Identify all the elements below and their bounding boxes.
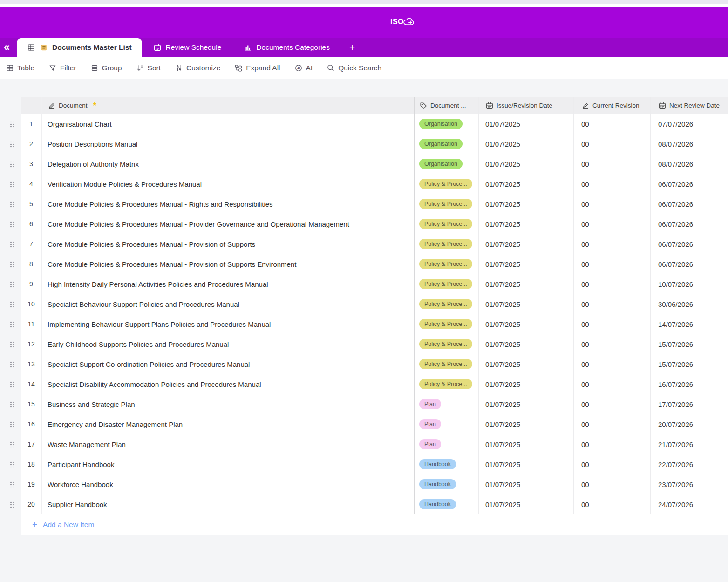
issue-date-cell[interactable]: 01/07/2025 [479, 314, 574, 334]
category-cell[interactable]: Policy & Proce... [415, 294, 479, 314]
next-review-date-cell[interactable]: 15/07/2026 [651, 354, 728, 374]
category-cell[interactable]: Policy & Proce... [415, 314, 479, 334]
document-cell[interactable]: Organisational Chart [42, 114, 415, 134]
category-cell[interactable]: Policy & Proce... [415, 334, 479, 354]
row-number[interactable]: 6 [21, 214, 42, 234]
row-drag-handle[interactable] [0, 334, 21, 354]
category-cell[interactable]: Policy & Proce... [415, 274, 479, 294]
row-number[interactable]: 16 [21, 414, 42, 434]
row-drag-handle[interactable] [0, 454, 21, 474]
issue-date-cell[interactable]: 01/07/2025 [479, 134, 574, 154]
current-revision-cell[interactable]: 00 [574, 154, 651, 174]
tab-documents-categories[interactable]: Documents Categories [232, 38, 341, 57]
issue-date-cell[interactable]: 01/07/2025 [479, 374, 574, 394]
row-number[interactable]: 5 [21, 194, 42, 214]
document-cell[interactable]: Specialist Disability Accommodation Poli… [42, 374, 415, 394]
document-cell[interactable]: Specialist Support Co-ordination Policie… [42, 354, 415, 374]
next-review-date-cell[interactable]: 06/07/2026 [651, 234, 728, 254]
category-cell[interactable]: Organisation [415, 114, 479, 134]
category-cell[interactable]: Policy & Proce... [415, 254, 479, 274]
document-cell[interactable]: Delegation of Authority Matrix [42, 154, 415, 174]
category-cell[interactable]: Handbook [415, 474, 479, 494]
next-review-date-cell[interactable]: 08/07/2026 [651, 134, 728, 154]
next-review-date-cell[interactable]: 14/07/2026 [651, 314, 728, 334]
row-drag-handle[interactable] [0, 214, 21, 234]
document-cell[interactable]: Core Module Policies & Procedures Manual… [42, 234, 415, 254]
issue-date-cell[interactable]: 01/07/2025 [479, 334, 574, 354]
toolbar-button-filter[interactable]: Filter [48, 64, 76, 72]
row-number[interactable]: 18 [21, 454, 42, 474]
document-cell[interactable]: Workforce Handbook [42, 474, 415, 494]
row-drag-handle[interactable] [0, 494, 21, 514]
issue-date-cell[interactable]: 01/07/2025 [479, 394, 574, 414]
document-cell[interactable]: Core Module Policies & Procedures Manual… [42, 214, 415, 234]
issue-date-cell[interactable]: 01/07/2025 [479, 294, 574, 314]
add-tab-button[interactable]: + [341, 38, 363, 57]
row-number[interactable]: 10 [21, 294, 42, 314]
row-drag-handle[interactable] [0, 434, 21, 454]
next-review-date-cell[interactable]: 06/07/2026 [651, 214, 728, 234]
row-drag-handle[interactable] [0, 234, 21, 254]
row-drag-handle[interactable] [0, 274, 21, 294]
current-revision-cell[interactable]: 00 [574, 314, 651, 334]
current-revision-cell[interactable]: 00 [574, 194, 651, 214]
current-revision-cell[interactable]: 00 [574, 254, 651, 274]
document-cell[interactable]: Specialist Behaviour Support Policies an… [42, 294, 415, 314]
add-new-item-button[interactable]: + Add a New Item [21, 514, 728, 535]
category-cell[interactable]: Policy & Proce... [415, 194, 479, 214]
row-number[interactable]: 8 [21, 254, 42, 274]
current-revision-cell[interactable]: 00 [574, 214, 651, 234]
category-cell[interactable]: Policy & Proce... [415, 374, 479, 394]
next-review-date-cell[interactable]: 30/06/2026 [651, 294, 728, 314]
column-header-document[interactable]: Document ... [415, 97, 479, 114]
row-drag-handle[interactable] [0, 114, 21, 134]
toolbar-button-ai[interactable]: AIAI [294, 64, 313, 72]
next-review-date-cell[interactable]: 15/07/2026 [651, 334, 728, 354]
toolbar-button-expand-all[interactable]: Expand All [234, 64, 280, 72]
category-cell[interactable]: Handbook [415, 454, 479, 474]
document-cell[interactable]: High Intensity Daily Personal Activities… [42, 274, 415, 294]
issue-date-cell[interactable]: 01/07/2025 [479, 154, 574, 174]
next-review-date-cell[interactable]: 10/07/2026 [651, 274, 728, 294]
document-cell[interactable]: Supplier Handbook [42, 494, 415, 514]
current-revision-cell[interactable]: 00 [574, 134, 651, 154]
issue-date-cell[interactable]: 01/07/2025 [479, 494, 574, 514]
row-drag-handle[interactable] [0, 194, 21, 214]
row-number[interactable]: 14 [21, 374, 42, 394]
document-cell[interactable]: Verification Module Policies & Procedure… [42, 174, 415, 194]
row-number[interactable]: 12 [21, 334, 42, 354]
row-drag-handle[interactable] [0, 474, 21, 494]
category-cell[interactable]: Policy & Proce... [415, 214, 479, 234]
document-cell[interactable]: Emergency and Disaster Management Plan [42, 414, 415, 434]
issue-date-cell[interactable]: 01/07/2025 [479, 114, 574, 134]
category-cell[interactable]: Policy & Proce... [415, 354, 479, 374]
row-number[interactable]: 7 [21, 234, 42, 254]
toolbar-button-customize[interactable]: Customize [175, 64, 220, 72]
next-review-date-cell[interactable]: 08/07/2026 [651, 154, 728, 174]
current-revision-cell[interactable]: 00 [574, 274, 651, 294]
row-number[interactable]: 17 [21, 434, 42, 454]
next-review-date-cell[interactable]: 06/07/2026 [651, 174, 728, 194]
next-review-date-cell[interactable]: 07/07/2026 [651, 114, 728, 134]
next-review-date-cell[interactable]: 21/07/2026 [651, 434, 728, 454]
issue-date-cell[interactable]: 01/07/2025 [479, 434, 574, 454]
next-review-date-cell[interactable]: 06/07/2026 [651, 194, 728, 214]
current-revision-cell[interactable]: 00 [574, 414, 651, 434]
toolbar-button-table[interactable]: Table [6, 64, 34, 72]
issue-date-cell[interactable]: 01/07/2025 [479, 254, 574, 274]
row-drag-handle[interactable] [0, 314, 21, 334]
category-cell[interactable]: Plan [415, 394, 479, 414]
row-number[interactable]: 2 [21, 134, 42, 154]
row-number[interactable]: 1 [21, 114, 42, 134]
document-cell[interactable]: Participant Handbook [42, 454, 415, 474]
current-revision-cell[interactable]: 00 [574, 494, 651, 514]
toolbar-button-group[interactable]: Group [90, 64, 122, 72]
current-revision-cell[interactable]: 00 [574, 234, 651, 254]
row-drag-handle[interactable] [0, 154, 21, 174]
row-drag-handle[interactable] [0, 354, 21, 374]
current-revision-cell[interactable]: 00 [574, 114, 651, 134]
issue-date-cell[interactable]: 01/07/2025 [479, 234, 574, 254]
document-cell[interactable]: Implementing Behaviour Support Plans Pol… [42, 314, 415, 334]
next-review-date-cell[interactable]: 17/07/2026 [651, 394, 728, 414]
category-cell[interactable]: Plan [415, 414, 479, 434]
